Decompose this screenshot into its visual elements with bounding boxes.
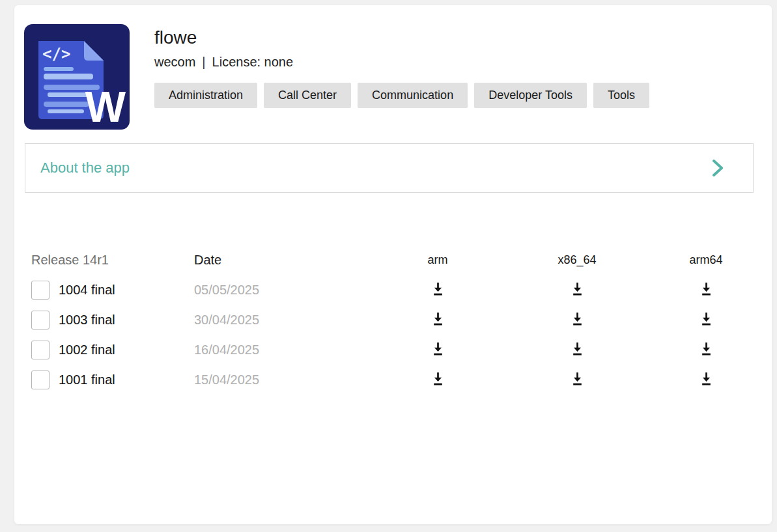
download-icon xyxy=(570,371,585,387)
about-the-app-expander[interactable]: About the app xyxy=(25,143,754,193)
app-header-text: flowe wecom | License: none Administrati… xyxy=(154,24,649,108)
subtitle-divider: | xyxy=(202,55,205,70)
release-name: 1004 final xyxy=(59,283,115,298)
arch-column-header-arm64: arm64 xyxy=(647,253,765,267)
tag-row: Administration Call Center Communication… xyxy=(154,83,649,108)
date-column-header: Date xyxy=(194,253,368,268)
release-date: 15/04/2025 xyxy=(194,372,368,387)
download-arm-button[interactable] xyxy=(428,370,448,388)
svg-text:</>: </> xyxy=(42,45,70,63)
download-icon xyxy=(431,341,445,357)
chevron-right-icon xyxy=(711,159,724,177)
download-icon xyxy=(431,281,445,297)
about-the-app-label: About the app xyxy=(40,160,130,176)
tag-communication[interactable]: Communication xyxy=(358,83,468,108)
download-x86-64-button[interactable] xyxy=(567,310,587,328)
svg-text:W: W xyxy=(85,83,126,130)
app-subtitle: wecom | License: none xyxy=(154,55,649,70)
download-icon xyxy=(431,311,445,327)
app-detail-card: </> W flowe wecom | License: none Admini… xyxy=(14,5,772,524)
release-date: 30/04/2025 xyxy=(194,313,368,328)
download-arm64-button[interactable] xyxy=(696,280,716,298)
download-icon xyxy=(699,311,714,327)
download-arm64-button[interactable] xyxy=(696,340,716,358)
download-icon xyxy=(431,371,445,387)
app-publisher: wecom xyxy=(154,55,195,70)
download-icon xyxy=(570,341,585,357)
release-date: 05/05/2025 xyxy=(194,283,368,298)
release-row: 1001 final 15/04/2025 xyxy=(31,365,765,395)
download-arm-button[interactable] xyxy=(428,280,448,298)
download-icon xyxy=(570,281,585,297)
release-row: 1002 final 16/04/2025 xyxy=(31,335,765,365)
tag-developer-tools[interactable]: Developer Tools xyxy=(474,83,587,108)
release-name: 1001 final xyxy=(59,372,115,387)
arch-column-header-arm: arm xyxy=(368,253,507,267)
releases-header-row: Release 14r1 Date arm x86_64 arm64 xyxy=(31,245,765,275)
app-title: flowe xyxy=(154,27,649,48)
arch-column-header-x86-64: x86_64 xyxy=(507,253,647,267)
release-row: 1003 final 30/04/2025 xyxy=(31,305,765,335)
download-icon xyxy=(699,281,714,297)
release-name: 1002 final xyxy=(59,343,115,357)
release-checkbox[interactable] xyxy=(31,281,49,300)
download-icon xyxy=(699,371,714,387)
tag-tools[interactable]: Tools xyxy=(593,83,649,108)
app-logo-icon: </> W xyxy=(24,24,130,130)
download-arm-button[interactable] xyxy=(428,310,448,328)
download-icon xyxy=(570,311,585,327)
releases-section: Release 14r1 Date arm x86_64 arm64 1004 … xyxy=(31,245,765,395)
release-name: 1003 final xyxy=(59,313,115,328)
release-checkbox[interactable] xyxy=(31,341,49,359)
download-arm64-button[interactable] xyxy=(696,310,716,328)
app-header: </> W flowe wecom | License: none Admini… xyxy=(24,24,772,130)
app-license: License: none xyxy=(212,55,294,70)
download-arm64-button[interactable] xyxy=(696,370,716,388)
download-icon xyxy=(699,341,714,357)
download-x86-64-button[interactable] xyxy=(567,370,587,388)
download-x86-64-button[interactable] xyxy=(567,340,587,358)
tag-call-center[interactable]: Call Center xyxy=(264,83,351,108)
tag-administration[interactable]: Administration xyxy=(154,83,257,108)
release-checkbox[interactable] xyxy=(31,371,49,389)
download-x86-64-button[interactable] xyxy=(567,280,587,298)
release-version-title: Release 14r1 xyxy=(31,253,194,268)
download-arm-button[interactable] xyxy=(428,340,448,358)
release-date: 16/04/2025 xyxy=(194,343,368,357)
release-checkbox[interactable] xyxy=(31,311,49,329)
release-row: 1004 final 05/05/2025 xyxy=(31,275,765,305)
